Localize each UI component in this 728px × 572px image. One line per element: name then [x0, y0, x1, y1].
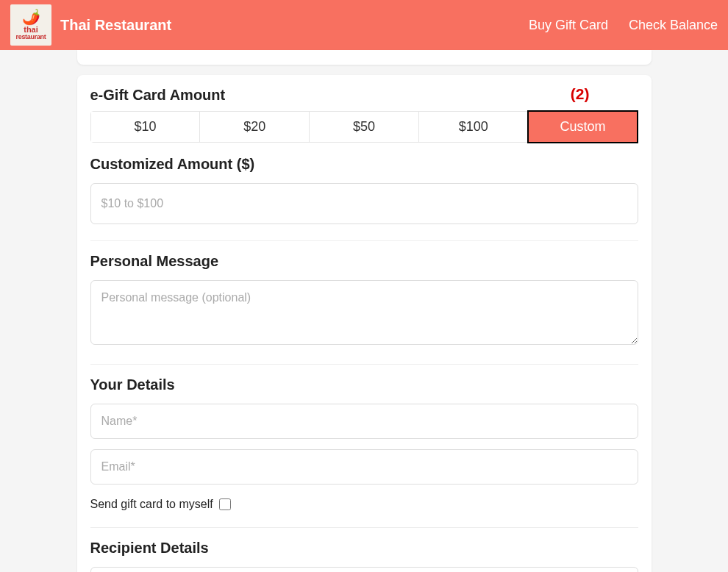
send-to-myself-row[interactable]: Send gift card to myself [90, 498, 638, 511]
amount-option-50[interactable]: $50 [310, 112, 419, 142]
amount-options: $10 $20 $50 $100 Custom [90, 111, 638, 143]
divider [90, 364, 638, 365]
personal-message-label: Personal Message [90, 253, 638, 270]
previous-card-edge [77, 50, 652, 65]
amount-option-custom[interactable]: Custom [529, 112, 638, 142]
nav-buy-gift-card[interactable]: Buy Gift Card [529, 18, 608, 33]
header: 🌶️ thai restaurant Thai Restaurant Buy G… [0, 0, 728, 50]
page-body: (2) e-Gift Card Amount $10 $20 $50 $100 … [0, 50, 728, 572]
your-email-input[interactable] [90, 449, 638, 485]
custom-amount-input[interactable] [90, 183, 638, 224]
custom-amount-label: Customized Amount ($) [90, 156, 638, 173]
recipient-details-title: Recipient Details [90, 540, 638, 557]
leaf-icon: 🌶️ [22, 10, 40, 24]
header-nav: Buy Gift Card Check Balance [529, 18, 718, 33]
nav-check-balance[interactable]: Check Balance [629, 18, 718, 33]
amount-option-10[interactable]: $10 [91, 112, 201, 142]
send-to-myself-label: Send gift card to myself [90, 498, 213, 511]
your-details-title: Your Details [90, 376, 638, 393]
brand-logo[interactable]: 🌶️ thai restaurant [10, 4, 51, 46]
logo-text-line2: restaurant [15, 34, 46, 40]
amount-section-title: e-Gift Card Amount [90, 87, 638, 104]
brand-name: Thai Restaurant [60, 17, 171, 34]
your-name-input[interactable] [90, 404, 638, 439]
amount-option-100[interactable]: $100 [419, 112, 529, 142]
header-left: 🌶️ thai restaurant Thai Restaurant [10, 4, 171, 46]
amount-option-20[interactable]: $20 [200, 112, 310, 142]
annotation-marker: (2) [571, 85, 590, 103]
recipient-name-input[interactable] [90, 567, 638, 572]
personal-message-input[interactable] [90, 280, 638, 345]
gift-card-form: (2) e-Gift Card Amount $10 $20 $50 $100 … [77, 75, 652, 572]
divider [90, 527, 638, 528]
send-to-myself-checkbox[interactable] [219, 498, 231, 510]
divider [90, 240, 638, 241]
